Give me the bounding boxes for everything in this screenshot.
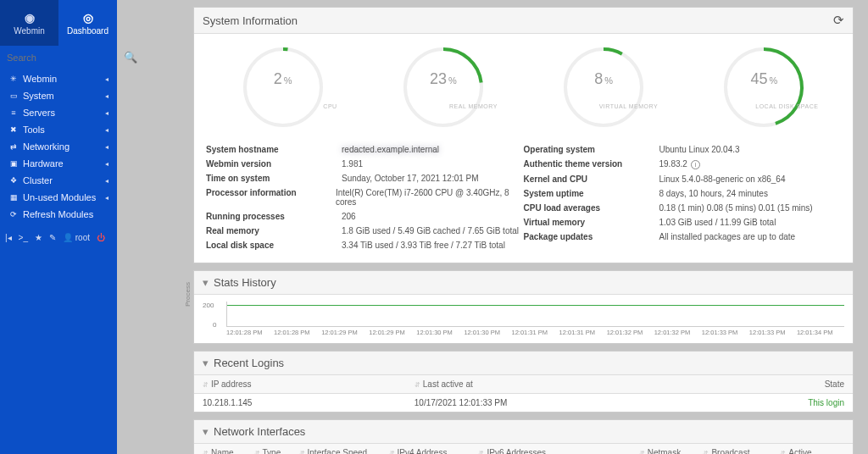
sidebar-item-icon: ❖ <box>8 176 19 185</box>
info-row: Authentic theme version19.83.2i <box>524 157 842 172</box>
recent-logins-table: ⇵IP address ⇵Last active at State 10.218… <box>194 375 853 412</box>
info-row: Running processes206 <box>206 209 524 224</box>
info-key: Real memory <box>206 226 342 235</box>
info-icon[interactable]: i <box>691 160 700 169</box>
tab-webmin-label: Webmin <box>14 26 45 36</box>
th-last-active[interactable]: Last active at <box>423 379 473 389</box>
th-net-v6[interactable]: IPv6 Addresses <box>487 448 545 454</box>
search-input[interactable] <box>7 53 124 63</box>
sidebar-item-icon: ✳ <box>8 75 19 83</box>
search-container: 🔍 <box>0 46 117 67</box>
th-ip[interactable]: IP address <box>211 379 252 389</box>
sidebar-item-label: Webmin <box>23 74 57 84</box>
cell-ip: 10.218.1.145 <box>203 398 252 407</box>
system-info-header: System Information ⟳ <box>194 8 853 34</box>
collapse-icon: ▾ <box>203 276 209 289</box>
info-value[interactable]: 206 <box>342 212 356 221</box>
collapse-icon: ▾ <box>203 357 209 369</box>
sidebar-item-webmin[interactable]: ✳Webmin◂ <box>0 70 117 87</box>
info-value: Intel(R) Core(TM) i7-2600 CPU @ 3.40GHz,… <box>336 188 524 207</box>
chevron-right-icon: ◂ <box>105 143 108 151</box>
stats-history-header[interactable]: ▾ Stats History <box>194 271 853 295</box>
info-key: Authentic theme version <box>524 159 659 169</box>
tab-webmin[interactable]: ◉ Webmin <box>0 0 58 46</box>
stats-xtick: 12:01:32 PM <box>607 329 654 336</box>
sidebar-item-refresh-modules[interactable]: ⟳Refresh Modules <box>0 206 117 223</box>
tab-dashboard[interactable]: ◎ Dashboard <box>58 0 117 46</box>
info-key: Operating system <box>524 145 659 154</box>
info-value[interactable]: All installed packages are up to date <box>659 232 796 241</box>
info-col-right: Operating systemUbuntu Linux 20.04.3Auth… <box>524 142 842 252</box>
th-net-bcast[interactable]: Broadcast <box>711 448 749 454</box>
sort-icon[interactable]: ⇵ <box>203 450 209 454</box>
gauge-label: LOCAL DISK SPACE <box>755 103 818 109</box>
network-interfaces-table: ⇵Name ⇵Type ⇵Interface Speed ⇵IPv4 Addre… <box>194 444 853 454</box>
info-key: System uptime <box>524 189 659 198</box>
gauges-row: 2%CPU23%REAL MEMORY8%VIRTUAL MEMORY45%LO… <box>194 34 853 141</box>
info-value[interactable]: Sunday, October 17, 2021 12:01 PM <box>342 174 479 183</box>
sidebar-item-system[interactable]: ▭System◂ <box>0 87 117 104</box>
recent-logins-title: Recent Logins <box>214 357 284 369</box>
sidebar-item-label: Hardware <box>23 158 64 169</box>
info-row: Webmin version1.981 <box>206 157 524 171</box>
net-thead: ⇵Name ⇵Type ⇵Interface Speed ⇵IPv4 Addre… <box>194 444 853 454</box>
sidebar-item-icon: ≡ <box>8 108 19 117</box>
bottombar-item-1[interactable]: >_ <box>19 233 28 242</box>
info-value[interactable]: 8 days, 10 hours, 24 minutes <box>659 189 768 198</box>
gauge-cpu: 2%CPU <box>215 41 351 134</box>
bottombar-item-5[interactable]: ⏻ <box>97 233 105 242</box>
sort-icon[interactable]: ⇵ <box>415 381 420 389</box>
sidebar-item-servers[interactable]: ≡Servers◂ <box>0 104 117 121</box>
th-net-name[interactable]: Name <box>211 448 234 454</box>
sort-icon[interactable]: ⇵ <box>254 450 260 454</box>
sort-icon[interactable]: ⇵ <box>203 381 209 389</box>
sort-icon[interactable]: ⇵ <box>639 450 645 454</box>
gauge-local-disk-space: 45%LOCAL DISK SPACE <box>696 41 832 134</box>
info-key: CPU load averages <box>524 203 659 213</box>
sidebar-item-un-used-modules[interactable]: ▦Un-used Modules◂ <box>0 189 117 206</box>
sidebar-item-icon: ▭ <box>8 91 19 100</box>
info-value: 3.34 TiB used / 3.93 TiB free / 7.27 TiB… <box>342 241 505 250</box>
stats-xtick: 12:01:31 PM <box>511 329 559 336</box>
recent-logins-header[interactable]: ▾ Recent Logins <box>194 352 853 375</box>
sort-icon[interactable]: ⇵ <box>478 450 484 454</box>
th-net-mask[interactable]: Netmask <box>648 448 681 454</box>
bottombar-item-0[interactable]: |◂ <box>5 233 12 242</box>
sidebar-item-networking[interactable]: ⇄Networking◂ <box>0 138 117 155</box>
refresh-icon[interactable]: ⟳ <box>833 13 844 28</box>
bottombar-item-3[interactable]: ✎ <box>49 233 56 242</box>
dashboard-icon: ◎ <box>83 11 93 25</box>
info-key: Running processes <box>206 212 342 221</box>
sort-icon[interactable]: ⇵ <box>780 450 786 454</box>
bottombar-item-4[interactable]: 👤 root <box>63 233 90 242</box>
info-value: 19.83.2i <box>659 159 700 169</box>
gauge-pct: 8% <box>594 70 613 88</box>
sidebar-item-hardware[interactable]: ▣Hardware◂ <box>0 155 117 172</box>
sort-icon[interactable]: ⇵ <box>389 450 395 454</box>
sidebar-item-tools[interactable]: ✖Tools◂ <box>0 121 117 138</box>
recent-logins-panel: ▾ Recent Logins ⇵IP address ⇵Last active… <box>193 351 854 412</box>
th-net-speed[interactable]: Interface Speed <box>308 448 368 454</box>
collapse-icon: ▾ <box>203 425 209 438</box>
bottombar-item-2[interactable]: ★ <box>35 233 42 242</box>
sidebar-tabs: ◉ Webmin ◎ Dashboard <box>0 0 117 46</box>
sort-icon[interactable]: ⇵ <box>299 450 305 454</box>
network-interfaces-title: Network Interfaces <box>214 425 305 438</box>
sidebar-item-cluster[interactable]: ❖Cluster◂ <box>0 172 117 189</box>
stats-xtick: 12:01:28 PM <box>274 329 321 336</box>
th-net-v4[interactable]: IPv4 Address <box>398 448 448 454</box>
sort-icon[interactable]: ⇵ <box>703 450 709 454</box>
stats-chart: Process 200 0 12:01:28 PM12:01:28 PM12:0… <box>194 295 853 343</box>
th-net-active[interactable]: Active <box>788 448 811 454</box>
info-value: 0.18 (1 min) 0.08 (5 mins) 0.01 (15 mins… <box>659 203 813 213</box>
info-row: System hostnameredacted.example.internal <box>206 142 524 157</box>
chevron-right-icon: ◂ <box>105 160 108 168</box>
gauge-label: CPU <box>323 103 337 109</box>
th-net-type[interactable]: Type <box>263 448 281 454</box>
info-value: 1.8 GiB used / 5.49 GiB cached / 7.65 Gi… <box>342 226 519 235</box>
th-state[interactable]: State <box>825 379 844 389</box>
gauge-label: REAL MEMORY <box>449 103 498 109</box>
chevron-right-icon: ◂ <box>105 92 108 100</box>
network-interfaces-header[interactable]: ▾ Network Interfaces <box>194 420 853 444</box>
info-key: Webmin version <box>206 159 342 169</box>
